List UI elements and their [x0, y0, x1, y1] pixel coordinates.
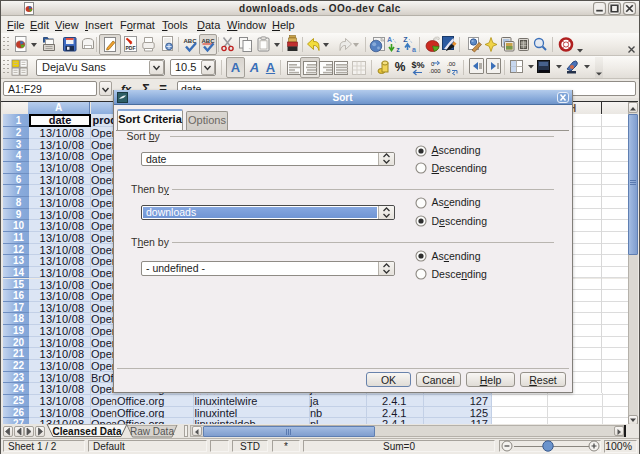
- svg-text:0: 0: [447, 68, 451, 74]
- svg-text:.000: .000: [429, 68, 441, 74]
- svg-text:ABC: ABC: [202, 38, 216, 44]
- svg-text:0: 0: [431, 61, 435, 67]
- svg-text:A: A: [387, 36, 392, 43]
- svg-text:PDF: PDF: [126, 45, 136, 51]
- svg-text:Z: Z: [403, 36, 408, 43]
- svg-text:z: z: [396, 46, 400, 53]
- svg-text:%: %: [416, 60, 424, 70]
- svg-text:.00: .00: [447, 61, 456, 67]
- svg-text:a: a: [412, 46, 416, 53]
